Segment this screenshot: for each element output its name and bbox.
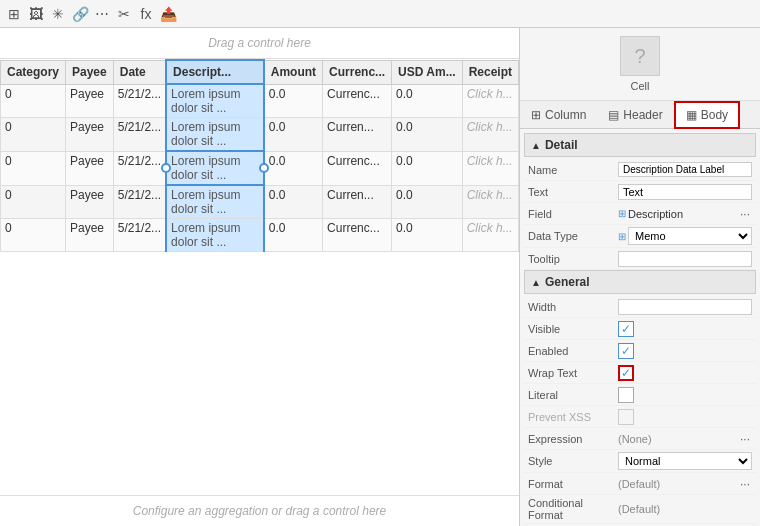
enabled-checkbox[interactable]: ✓ [618,343,634,359]
cell-amount: 0.0 [264,185,323,219]
section-detail[interactable]: ▲ Detail [524,133,756,157]
preventxss-value-container [618,409,752,425]
col-header-usd[interactable]: USD Am... [392,60,463,84]
cell-payee: Payee [66,118,114,152]
condformat-value: (Default) [618,503,752,515]
table-row: 0 Payee 5/21/2... Lorem ipsum dolor sit … [1,151,519,185]
cell-usd: 0.0 [392,151,463,185]
property-tabs: ⊞ Column ▤ Header ▦ Body [520,101,760,129]
drag-handle-right[interactable] [259,163,269,173]
data-table: Category Payee Date Descript... Amount C… [0,59,519,252]
header-tab-icon: ▤ [608,108,619,122]
preventxss-checkbox [618,409,634,425]
cell-desc[interactable]: Lorem ipsum dolor sit ... [166,84,264,118]
wraptext-checkbox[interactable]: ✓ [618,365,634,381]
cell-desc[interactable]: Lorem ipsum dolor sit ... [166,185,264,219]
cell-receipt[interactable]: Click h... [462,219,518,252]
drag-zone: Drag a control here [0,28,519,59]
cell-desc-selected[interactable]: Lorem ipsum dolor sit ... [166,151,264,185]
col-header-receipt[interactable]: Receipt [462,60,518,84]
tab-column[interactable]: ⊞ Column [520,101,597,128]
col-header-amount[interactable]: Amount [264,60,323,84]
prop-preventxss: Prevent XSS [524,406,756,428]
body-tab-icon: ▦ [686,108,697,122]
prop-visible: Visible ✓ [524,318,756,340]
col-header-currency[interactable]: Currenc... [323,60,392,84]
col-header-date[interactable]: Date [113,60,166,84]
expression-dots-button[interactable]: ··· [738,432,752,446]
cell-receipt[interactable]: Click h... [462,84,518,118]
cell-desc[interactable]: Lorem ipsum dolor sit ... [166,118,264,152]
text-input[interactable] [618,184,752,200]
tab-body-label: Body [701,108,728,122]
table-row: 0 Payee 5/21/2... Lorem ipsum dolor sit … [1,118,519,152]
cell-currency: Currenc... [323,219,392,252]
script-icon[interactable]: ✂ [114,4,134,24]
image-icon[interactable]: 🖼 [26,4,46,24]
settings-icon[interactable]: ✳ [48,4,68,24]
cell-date: 5/21/2... [113,118,166,152]
enabled-value-container: ✓ [618,343,752,359]
cell-receipt[interactable]: Click h... [462,118,518,152]
table-row: 0 Payee 5/21/2... Lorem ipsum dolor sit … [1,219,519,252]
style-select[interactable]: Normal [618,452,752,470]
general-chevron-icon: ▲ [531,277,541,288]
column-tab-icon: ⊞ [531,108,541,122]
grid-icon[interactable]: ⊞ [4,4,24,24]
width-input[interactable] [618,299,752,315]
cell-usd: 0.0 [392,185,463,219]
col-header-payee[interactable]: Payee [66,60,114,84]
toolbar: ⊞ 🖼 ✳ 🔗 ⋯ ✂ fx 📤 [0,0,760,28]
tab-header[interactable]: ▤ Header [597,101,673,128]
visible-checkbox[interactable]: ✓ [618,321,634,337]
prop-style: Style Normal [524,450,756,473]
link-icon[interactable]: 🔗 [70,4,90,24]
cell-payee: Payee [66,151,114,185]
cell-amount: 0.0 [264,151,323,185]
literal-label: Literal [528,389,618,401]
field-dots-button[interactable]: ··· [738,207,752,221]
section-detail-label: Detail [545,138,578,152]
cell-currency: Curren... [323,118,392,152]
cell-usd: 0.0 [392,118,463,152]
style-value-container: Normal [618,452,752,470]
tooltip-input[interactable] [618,251,752,267]
export-icon[interactable]: 📤 [158,4,178,24]
tab-body[interactable]: ▦ Body [674,101,740,129]
section-general[interactable]: ▲ General [524,270,756,294]
cell-date: 5/21/2... [113,185,166,219]
cell-amount: 0.0 [264,219,323,252]
table-area: Category Payee Date Descript... Amount C… [0,59,519,495]
cell-date: 5/21/2... [113,219,166,252]
right-panel: ? Cell ⊞ Column ▤ Header ▦ Body ▲ Detail [520,28,760,526]
col-header-category[interactable]: Category [1,60,66,84]
col-header-desc[interactable]: Descript... [166,60,264,84]
field-icon: ⊞ [618,208,626,219]
cell-header: ? Cell [520,28,760,101]
width-label: Width [528,301,618,313]
name-label: Name [528,164,618,176]
cell-currency: Currenc... [323,151,392,185]
format-dots-button[interactable]: ··· [738,477,752,491]
prop-format: Format (Default) ··· [524,473,756,495]
main-area: Drag a control here Category Payee Date … [0,28,760,526]
cell-payee: Payee [66,185,114,219]
text-label: Text [528,186,618,198]
tab-column-label: Column [545,108,586,122]
cell-category: 0 [1,185,66,219]
literal-checkbox[interactable] [618,387,634,403]
dots-icon[interactable]: ⋯ [92,4,112,24]
drag-handle-left[interactable] [161,163,171,173]
name-input[interactable] [618,162,752,177]
detail-chevron-icon: ▲ [531,140,541,151]
cell-desc[interactable]: Lorem ipsum dolor sit ... [166,219,264,252]
visible-label: Visible [528,323,618,335]
agg-zone: Configure an aggregation or drag a contr… [0,495,519,526]
function-icon[interactable]: fx [136,4,156,24]
datatype-select[interactable]: Memo [628,227,752,245]
enabled-label: Enabled [528,345,618,357]
datatype-icon: ⊞ [618,231,626,242]
cell-receipt[interactable]: Click h... [462,151,518,185]
cell-receipt[interactable]: Click h... [462,185,518,219]
cell-payee: Payee [66,84,114,118]
